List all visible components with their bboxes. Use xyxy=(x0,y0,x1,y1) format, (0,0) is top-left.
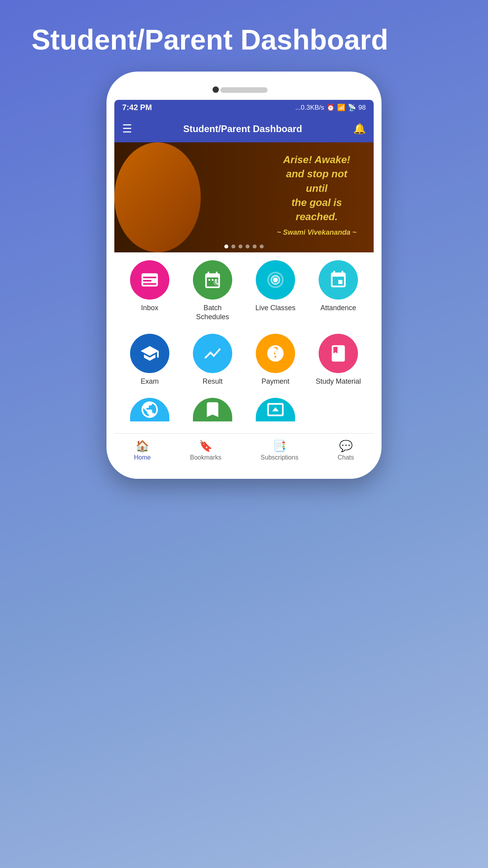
inbox-icon xyxy=(140,270,160,290)
status-bar: 7:42 PM ...0.3KB/s ⏰ 📶 📡 98 xyxy=(114,100,374,115)
grid-item-inbox[interactable]: Inbox xyxy=(124,260,175,322)
grid-row-3-partial xyxy=(118,398,370,425)
chat-icon: 💬 xyxy=(339,440,353,452)
dot-1 xyxy=(224,245,228,248)
grid-item-subscriptions-partial[interactable] xyxy=(250,398,301,425)
inbox-label: Inbox xyxy=(141,303,158,313)
nav-item-home[interactable]: 🏠 Home xyxy=(126,438,159,463)
study-material-label: Study Material xyxy=(316,377,361,386)
network-indicator: ...0.3KB/s xyxy=(295,104,324,112)
grid-item-exam[interactable]: Exam xyxy=(124,334,175,386)
signal-icon: 📶 xyxy=(337,103,345,112)
payment-icon: ₹ xyxy=(266,344,285,363)
svg-point-0 xyxy=(213,279,220,286)
banner-quote: Arise! Awake! and stop not until the goa… xyxy=(197,145,366,246)
banner-dots xyxy=(224,245,264,248)
svg-point-1 xyxy=(273,278,278,283)
dot-3 xyxy=(238,245,242,248)
app-header: ☰ Student/Parent Dashboard 🔔 xyxy=(114,115,374,142)
phone-screen: 7:42 PM ...0.3KB/s ⏰ 📶 📡 98 ☰ Student/Pa… xyxy=(114,100,374,467)
bookmarks-partial-icon xyxy=(203,400,222,419)
grid-item-live-classes[interactable]: Live Classes xyxy=(250,260,301,322)
banner-figure xyxy=(114,142,201,252)
grid-item-bookmarks-partial[interactable] xyxy=(187,398,238,425)
camera-icon xyxy=(213,86,219,93)
attendance-label: Attandence xyxy=(320,303,356,313)
nav-subscriptions-label: Subscriptions xyxy=(261,454,298,461)
page-title: Student/Parent Dashboard xyxy=(0,24,488,56)
status-right: ...0.3KB/s ⏰ 📶 📡 98 xyxy=(295,103,366,112)
dashboard-grid: Inbox BatchSchedules xyxy=(114,252,374,433)
header-title: Student/Parent Dashboard xyxy=(183,123,302,134)
nav-bookmarks-label: Bookmarks xyxy=(190,454,221,461)
bookmark-icon: 🔖 xyxy=(199,440,213,452)
exam-icon xyxy=(140,344,160,363)
notification-bell-icon[interactable]: 🔔 xyxy=(353,123,366,135)
live-classes-label: Live Classes xyxy=(255,303,295,313)
wifi-icon: 📡 xyxy=(348,103,356,112)
attendance-icon xyxy=(328,270,348,290)
alarm-icon: ⏰ xyxy=(327,103,335,112)
dot-2 xyxy=(231,245,235,248)
study-material-icon xyxy=(328,344,348,363)
batch-schedules-label: BatchSchedules xyxy=(196,303,229,322)
grid-item-attendance[interactable]: Attandence xyxy=(313,260,364,322)
result-icon xyxy=(203,344,222,363)
nav-item-subscriptions[interactable]: 📑 Subscriptions xyxy=(253,438,306,463)
phone-top xyxy=(114,83,374,96)
dot-5 xyxy=(253,245,257,248)
grid-item-payment[interactable]: ₹ Payment xyxy=(250,334,301,386)
exam-label: Exam xyxy=(141,377,159,386)
dot-6 xyxy=(260,245,264,248)
globe-icon xyxy=(140,400,160,419)
dot-4 xyxy=(246,245,250,248)
subscriptions-icon: 📑 xyxy=(273,440,286,452)
menu-icon[interactable]: ☰ xyxy=(122,122,132,135)
grid-item-batch-schedules[interactable]: BatchSchedules xyxy=(187,260,238,322)
battery-indicator: 98 xyxy=(358,104,366,112)
home-icon: 🏠 xyxy=(136,440,149,452)
status-time: 7:42 PM xyxy=(122,103,152,112)
speaker xyxy=(220,87,268,93)
grid-item-result[interactable]: Result xyxy=(187,334,238,386)
phone-mockup: 7:42 PM ...0.3KB/s ⏰ 📶 📡 98 ☰ Student/Pa… xyxy=(106,72,382,479)
svg-rect-3 xyxy=(332,359,345,360)
svg-text:₹: ₹ xyxy=(273,348,278,357)
payment-label: Payment xyxy=(261,377,289,386)
grid-row-1: Inbox BatchSchedules xyxy=(118,260,370,322)
subscriptions-partial-icon xyxy=(266,400,285,419)
banner-author: ~ Swami Vivekananda ~ xyxy=(277,228,356,236)
grid-item-study-material[interactable]: Study Material xyxy=(313,334,364,386)
bottom-navigation: 🏠 Home 🔖 Bookmarks 📑 Subscriptions 💬 Cha… xyxy=(114,433,374,467)
grid-row-2: Exam Result ₹ xyxy=(118,334,370,386)
motivational-banner: Arise! Awake! and stop not until the goa… xyxy=(114,142,374,252)
nav-item-bookmarks[interactable]: 🔖 Bookmarks xyxy=(182,438,229,463)
grid-item-globe[interactable] xyxy=(124,398,175,425)
nav-home-label: Home xyxy=(134,454,151,461)
result-label: Result xyxy=(202,377,222,386)
nav-chats-label: Chats xyxy=(338,454,354,461)
nav-item-chats[interactable]: 💬 Chats xyxy=(330,438,362,463)
live-classes-icon xyxy=(266,270,285,290)
schedule-icon xyxy=(203,270,222,290)
